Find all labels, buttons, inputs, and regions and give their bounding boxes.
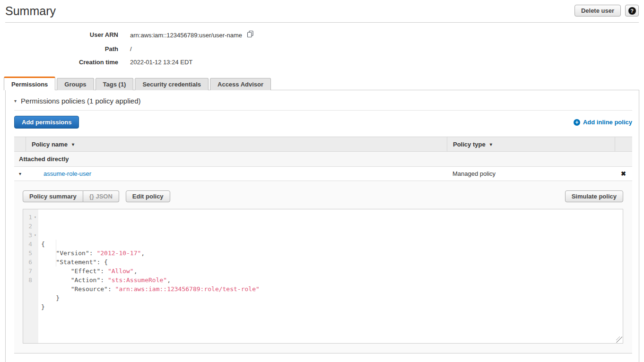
code-line: "Effect": "Allow", (41, 267, 623, 276)
line-number: 8 (23, 276, 38, 284)
header-actions: Delete user ? (574, 5, 639, 17)
add-inline-policy-link[interactable]: + Add inline policy (574, 119, 632, 126)
policy-table-header: Policy name ▾ Policy type ▾ (14, 137, 632, 152)
attached-directly-group-row: Attached directly (14, 152, 632, 167)
policy-type-value: Managed policy (447, 170, 615, 177)
policy-view-toggle: Policy summary {} JSON (23, 190, 119, 202)
iam-user-summary-page: Summary Delete user ? User ARN arn:aws:i… (0, 0, 644, 362)
detail-row-path: Path / (0, 44, 254, 53)
user-details: User ARN arn:aws:iam::123456789:user/use… (0, 30, 254, 71)
help-icon: ? (628, 7, 636, 15)
code-line: "Action": "sts:AssumeRole", (41, 276, 623, 284)
expand-column-header (14, 137, 26, 151)
fold-icon: ▾ (32, 213, 38, 222)
fold-icon: ▾ (32, 231, 38, 240)
policy-summary-button[interactable]: Policy summary (23, 190, 83, 202)
policy-view-actions: Policy summary {} JSON Edit policy Simul… (23, 190, 623, 202)
tab-security-credentials[interactable]: Security credentials (135, 78, 209, 90)
page-header: Summary Delete user ? (5, 0, 639, 23)
actions-column-header (615, 137, 632, 151)
detail-row-creation-time: Creation time 2022-01-12 13:24 EDT (0, 58, 254, 67)
section-title: Permissions policies (1 policy applied) (21, 97, 140, 105)
permissions-actions-row: Add permissions + Add inline policy (14, 116, 632, 129)
remove-policy-icon[interactable]: ✖ (615, 170, 632, 177)
policy-table: Policy name ▾ Policy type ▾ Attached dir… (14, 137, 632, 353)
help-button[interactable]: ? (625, 5, 639, 17)
path-label: Path (0, 44, 118, 53)
policy-name-link[interactable]: assume-role-user (44, 170, 91, 177)
page-title: Summary (5, 4, 56, 18)
copy-icon[interactable] (247, 30, 254, 40)
code-line: "Statement": { (41, 258, 623, 267)
plus-icon: + (574, 119, 580, 126)
json-policy-editor[interactable]: 1▾23▾45678 { "Version": "2012-10-17", "S… (23, 209, 623, 344)
editor-gutter: 1▾23▾45678 (23, 209, 38, 343)
expanded-policy-detail: Policy summary {} JSON Edit policy Simul… (14, 181, 632, 353)
line-number: 4 (23, 240, 38, 249)
line-number[interactable]: 1▾ (23, 213, 38, 222)
user-arn-label: User ARN (0, 30, 118, 40)
delete-user-button[interactable]: Delete user (574, 5, 621, 17)
creation-time-label: Creation time (0, 58, 118, 67)
collapse-icon: ▾ (14, 98, 17, 103)
line-number: 6 (23, 258, 38, 267)
editor-code[interactable]: { "Version": "2012-10-17", "Statement": … (38, 209, 623, 343)
policy-name-column-header[interactable]: Policy name ▾ (26, 137, 447, 151)
policy-table-row: ▾ assume-role-user Managed policy ✖ (14, 167, 632, 181)
creation-time-value: 2022-01-12 13:24 EDT (130, 58, 192, 67)
detail-row-user-arn: User ARN arn:aws:iam::123456789:user/use… (0, 30, 254, 40)
tab-groups[interactable]: Groups (57, 78, 94, 90)
add-permissions-button[interactable]: Add permissions (14, 116, 79, 129)
code-line: } (41, 302, 623, 311)
permissions-tab-panel: ▾ Permissions policies (1 policy applied… (5, 90, 639, 362)
code-line: } (41, 293, 623, 302)
json-view-button[interactable]: {} JSON (83, 190, 119, 202)
tab-access-advisor[interactable]: Access Advisor (210, 78, 271, 90)
tab-bar: Permissions Groups Tags (1) Security cre… (4, 77, 272, 90)
line-number: 7 (23, 267, 38, 276)
user-arn-value: arn:aws:iam::123456789:user/user-name (130, 31, 242, 40)
code-line: "Resource": "arn:aws:iam::123456789:role… (41, 284, 623, 293)
tab-tags[interactable]: Tags (1) (96, 78, 134, 90)
line-number: 2 (23, 222, 38, 231)
policy-type-column-header[interactable]: Policy type ▾ (447, 137, 615, 151)
path-value: / (130, 44, 132, 53)
indent-guide (56, 240, 56, 267)
editor-resize-handle[interactable] (616, 336, 622, 343)
code-line: { (41, 240, 623, 249)
permissions-policies-section-header[interactable]: ▾ Permissions policies (1 policy applied… (14, 97, 632, 111)
edit-policy-button[interactable]: Edit policy (126, 190, 170, 202)
tab-permissions[interactable]: Permissions (4, 77, 55, 90)
sort-arrow-icon: ▾ (72, 142, 74, 147)
sort-arrow-icon: ▾ (490, 142, 492, 147)
row-expand-icon[interactable]: ▾ (14, 171, 26, 176)
code-line: "Version": "2012-10-17", (41, 249, 623, 258)
simulate-policy-button[interactable]: Simulate policy (565, 190, 623, 202)
line-number: 5 (23, 249, 38, 258)
line-number[interactable]: 3▾ (23, 231, 38, 240)
